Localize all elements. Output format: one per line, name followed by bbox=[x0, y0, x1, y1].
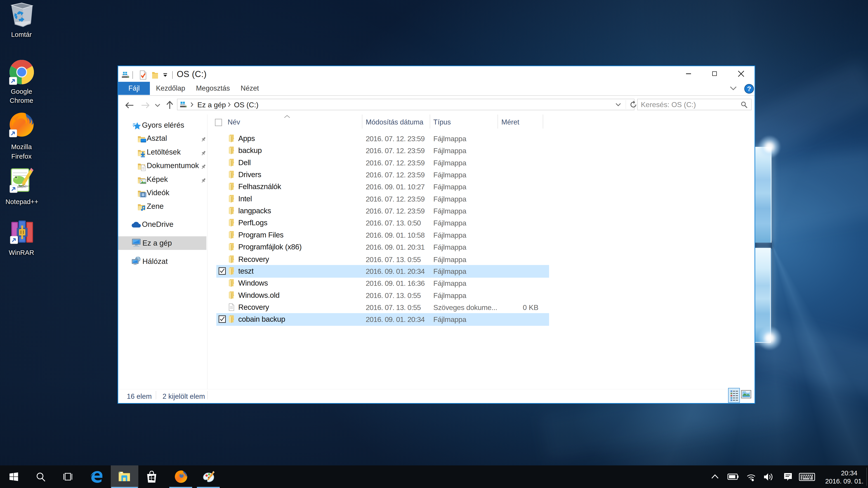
svg-text:?: ? bbox=[747, 85, 751, 92]
